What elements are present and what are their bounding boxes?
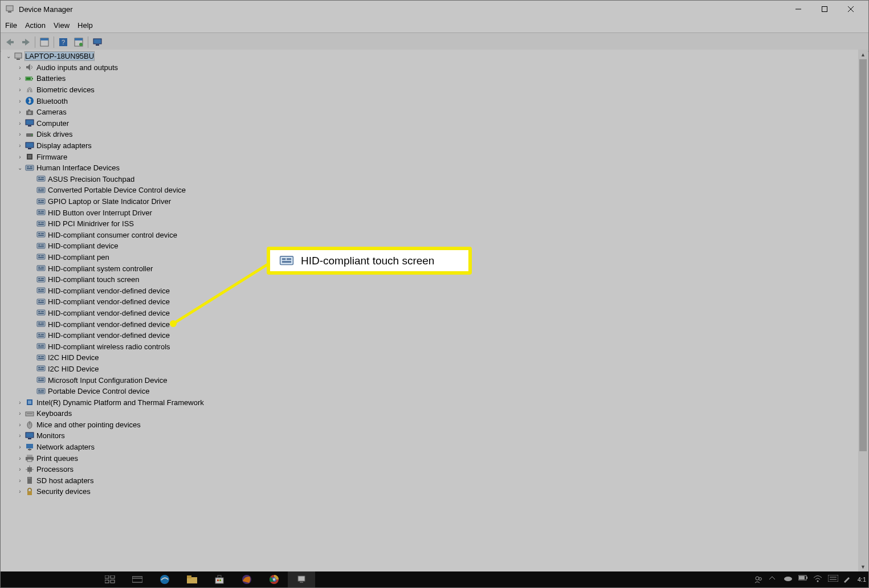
taskbar-chrome[interactable] xyxy=(260,571,288,587)
tree-category[interactable]: ›Security devices xyxy=(1,486,868,497)
tree-device[interactable]: HID-compliant vendor-defined device xyxy=(1,308,868,319)
onedrive-icon[interactable] xyxy=(784,575,793,584)
tree-device[interactable]: HID-compliant touch screen xyxy=(1,274,868,285)
tree-category[interactable]: ›Cameras xyxy=(1,107,868,118)
expand-toggle[interactable]: › xyxy=(16,410,24,416)
minimize-button[interactable] xyxy=(785,1,811,18)
taskbar-tray[interactable]: 4:1 xyxy=(754,575,868,584)
taskbar-explorer[interactable] xyxy=(178,571,206,587)
menu-file[interactable]: File xyxy=(5,21,17,30)
tree-device[interactable]: HID-compliant vendor-defined device xyxy=(1,285,868,296)
taskbar-timeline[interactable] xyxy=(124,571,151,587)
expand-toggle[interactable]: › xyxy=(16,64,24,71)
back-button[interactable] xyxy=(3,35,18,50)
taskbar-edge[interactable] xyxy=(151,571,178,587)
tree-device[interactable]: HID-compliant vendor-defined device xyxy=(1,318,868,330)
svg-rect-54 xyxy=(38,211,40,212)
tree-category[interactable]: ›Intel(R) Dynamic Platform and Thermal F… xyxy=(1,397,868,408)
tree-device[interactable]: I2C HID Device xyxy=(1,352,868,364)
toolbar-separator xyxy=(35,36,35,48)
expand-toggle[interactable]: ⌄ xyxy=(16,165,24,171)
scroll-thumb[interactable] xyxy=(859,59,867,451)
pen-icon[interactable] xyxy=(843,575,852,584)
wifi-icon[interactable] xyxy=(813,575,822,584)
svg-rect-77 xyxy=(37,277,45,282)
titlebar[interactable]: Device Manager xyxy=(1,1,868,18)
tree-category[interactable]: ›Disk drives xyxy=(1,129,868,140)
expand-toggle[interactable]: › xyxy=(16,98,24,104)
menu-help[interactable]: Help xyxy=(77,21,93,30)
taskbar-clock[interactable]: 4:1 xyxy=(858,576,866,583)
expand-toggle[interactable]: › xyxy=(16,455,24,462)
tree-category[interactable]: ›Firmware xyxy=(1,151,868,162)
tree-category[interactable]: ⌄Human Interface Devices xyxy=(1,162,868,174)
expand-toggle[interactable]: › xyxy=(16,422,24,428)
expand-toggle[interactable]: › xyxy=(16,75,24,81)
tree-category[interactable]: ›Biometric devices xyxy=(1,84,868,96)
expand-toggle[interactable]: › xyxy=(16,432,24,439)
maximize-button[interactable] xyxy=(811,1,838,18)
taskbar-task-view[interactable] xyxy=(96,571,124,587)
scroll-down-button[interactable]: ▼ xyxy=(858,562,868,571)
tray-chevron-up-icon[interactable] xyxy=(769,575,778,584)
tree-device[interactable]: HID PCI Minidriver for ISS xyxy=(1,218,868,230)
menu-view[interactable]: View xyxy=(54,21,70,30)
tree-category[interactable]: ›Display adapters xyxy=(1,140,868,152)
tree-device[interactable]: HID Button over Interrupt Driver xyxy=(1,207,868,218)
svg-rect-7 xyxy=(11,41,14,43)
expand-toggle[interactable]: ⌄ xyxy=(5,53,13,59)
menu-action[interactable]: Action xyxy=(25,21,46,30)
vertical-scrollbar[interactable]: ▲ ▼ xyxy=(858,50,868,571)
tree-category[interactable]: ›Bluetooth xyxy=(1,95,868,107)
svg-rect-142 xyxy=(27,491,32,495)
tree-category[interactable]: ›Processors xyxy=(1,464,868,475)
battery-icon[interactable] xyxy=(798,575,807,584)
forward-button[interactable] xyxy=(18,35,33,50)
expand-toggle[interactable]: › xyxy=(16,87,24,93)
monitor-button[interactable] xyxy=(90,35,105,50)
tree-category[interactable]: ›Batteries xyxy=(1,73,868,84)
tree-device[interactable]: HID-compliant vendor-defined device xyxy=(1,296,868,308)
tree-category[interactable]: ›Audio inputs and outputs xyxy=(1,62,868,74)
tree-device[interactable]: Microsoft Input Configuration Device xyxy=(1,374,868,386)
scan-button[interactable] xyxy=(71,35,86,50)
tree-category[interactable]: ›Print queues xyxy=(1,452,868,464)
expand-toggle[interactable]: › xyxy=(16,477,24,484)
taskbar-device-manager-active[interactable] xyxy=(288,571,315,587)
help-button[interactable]: ? xyxy=(56,35,71,50)
tree-device[interactable]: Converted Portable Device Control device xyxy=(1,185,868,196)
expand-toggle[interactable]: › xyxy=(16,399,24,406)
tree-device[interactable]: HID-compliant vendor-defined device xyxy=(1,330,868,341)
taskbar-store[interactable] xyxy=(206,571,233,587)
close-button[interactable] xyxy=(838,1,864,18)
expand-toggle[interactable]: › xyxy=(16,154,24,160)
tree-device[interactable]: HID-compliant consumer control device xyxy=(1,230,868,241)
windows-taskbar[interactable]: 4:1 xyxy=(1,571,868,587)
tree-category[interactable]: ›SD host adapters xyxy=(1,475,868,487)
expand-toggle[interactable]: › xyxy=(16,142,24,149)
tree-category[interactable]: ›Monitors xyxy=(1,430,868,442)
tree-device[interactable]: ASUS Precision Touchpad xyxy=(1,174,868,185)
scroll-up-button[interactable]: ▲ xyxy=(858,50,868,59)
tree-category[interactable]: ›Mice and other pointing devices xyxy=(1,419,868,431)
expand-toggle[interactable]: › xyxy=(16,466,24,472)
taskbar-firefox[interactable] xyxy=(233,571,260,587)
expand-toggle[interactable]: › xyxy=(16,488,24,495)
tree-item-label: Disk drives xyxy=(36,130,73,138)
keyboard-tray-icon[interactable] xyxy=(828,575,837,584)
people-icon[interactable] xyxy=(754,575,763,584)
tree-category[interactable]: ›Network adapters xyxy=(1,442,868,453)
expand-toggle[interactable]: › xyxy=(16,444,24,450)
tree-root[interactable]: ⌄LAPTOP-18UN95BU xyxy=(1,51,868,62)
tree-category[interactable]: ›Keyboards xyxy=(1,408,868,419)
show-hide-tree-button[interactable] xyxy=(37,35,52,50)
tree-device[interactable]: I2C HID Device xyxy=(1,364,868,375)
scroll-track[interactable] xyxy=(858,59,868,562)
expand-toggle[interactable]: › xyxy=(16,131,24,137)
tree-device[interactable]: GPIO Laptop or Slate Indicator Driver xyxy=(1,196,868,207)
tree-device[interactable]: Portable Device Control device xyxy=(1,386,868,397)
tree-device[interactable]: HID-compliant wireless radio controls xyxy=(1,341,868,352)
expand-toggle[interactable]: › xyxy=(16,120,24,126)
expand-toggle[interactable]: › xyxy=(16,109,24,115)
tree-category[interactable]: ›Computer xyxy=(1,118,868,129)
